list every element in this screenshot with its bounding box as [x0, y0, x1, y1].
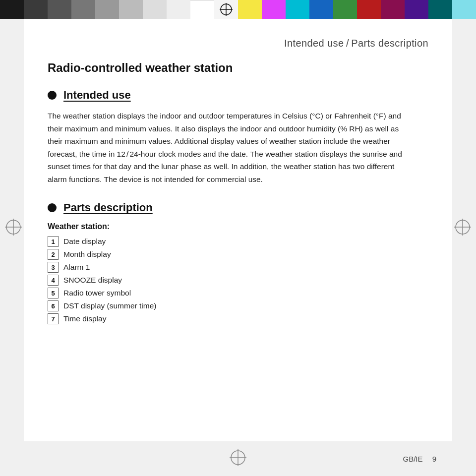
page-content: Intended use / Parts description Radio-c… — [24, 19, 452, 445]
part-number-5: 5 — [48, 288, 59, 298]
list-item: 4 SNOOZE display — [48, 275, 428, 286]
parts-description-section: Parts description Weather station: 1 Dat… — [48, 201, 428, 324]
main-title: Radio-controlled weather station — [48, 54, 428, 75]
list-item: 2 Month display — [48, 249, 428, 260]
list-item: 6 DST display (summer time) — [48, 300, 428, 311]
swatch-blue — [309, 0, 333, 19]
weather-station-label: Weather station: — [48, 222, 428, 231]
part-label-5: Radio tower symbol — [63, 289, 131, 298]
parts-list: 1 Date display 2 Month display 3 Alarm 1… — [48, 236, 428, 324]
swatch-red — [357, 0, 381, 19]
swatch-7 — [143, 0, 167, 19]
swatch-lightblue — [452, 0, 476, 19]
header-area: Intended use / Parts description — [48, 29, 428, 54]
part-number-6: 6 — [48, 300, 59, 311]
swatch-darkred — [381, 0, 405, 19]
part-number-2: 2 — [48, 249, 59, 260]
list-item: 5 Radio tower symbol — [48, 288, 428, 298]
swatch-3 — [48, 0, 71, 19]
page-label: GB/IE 9 — [403, 455, 436, 463]
parts-description-title: Parts description — [63, 201, 153, 214]
crosshair-right-mid — [454, 219, 471, 238]
intended-use-title: Intended use — [63, 89, 131, 102]
swatch-4 — [71, 0, 95, 19]
footer: GB/IE 9 — [0, 441, 476, 476]
list-item: 3 Alarm 1 — [48, 262, 428, 273]
parts-description-heading: Parts description — [48, 201, 428, 214]
swatch-yellow — [238, 0, 262, 19]
swatch-cyan — [286, 0, 309, 19]
swatch-8 — [167, 0, 190, 19]
intended-use-body: The weather station displays the indoor … — [48, 110, 405, 185]
list-item: 1 Date display — [48, 236, 428, 247]
part-number-7: 7 — [48, 313, 59, 324]
part-label-1: Date display — [63, 237, 106, 246]
swatch-6 — [119, 0, 143, 19]
swatch-1 — [0, 0, 24, 19]
crosshair-color-bar — [214, 0, 238, 19]
swatch-2 — [24, 0, 48, 19]
part-number-3: 3 — [48, 262, 59, 273]
part-label-6: DST display (summer time) — [63, 301, 156, 310]
swatch-green — [333, 0, 357, 19]
part-number-1: 1 — [48, 236, 59, 247]
swatch-magenta — [262, 0, 286, 19]
part-number-4: 4 — [48, 275, 59, 286]
part-label-2: Month display — [63, 250, 111, 259]
color-bar — [0, 0, 476, 19]
list-item: 7 Time display — [48, 313, 428, 324]
bullet-circle-parts — [48, 203, 57, 212]
part-label-4: SNOOZE display — [63, 276, 122, 285]
crosshair-icon-colorbar — [220, 3, 233, 16]
crosshair-bottom-center — [230, 449, 246, 468]
section-title: Intended use / Parts description — [284, 38, 428, 49]
swatch-9 — [190, 0, 214, 19]
crosshair-left-mid — [5, 219, 22, 238]
swatch-teal — [428, 0, 452, 19]
swatch-5 — [95, 0, 119, 19]
bullet-circle-intended-use — [48, 91, 57, 100]
part-label-7: Time display — [63, 314, 106, 323]
swatch-purple — [405, 0, 428, 19]
intended-use-heading: Intended use — [48, 89, 428, 102]
part-label-3: Alarm 1 — [63, 263, 90, 272]
